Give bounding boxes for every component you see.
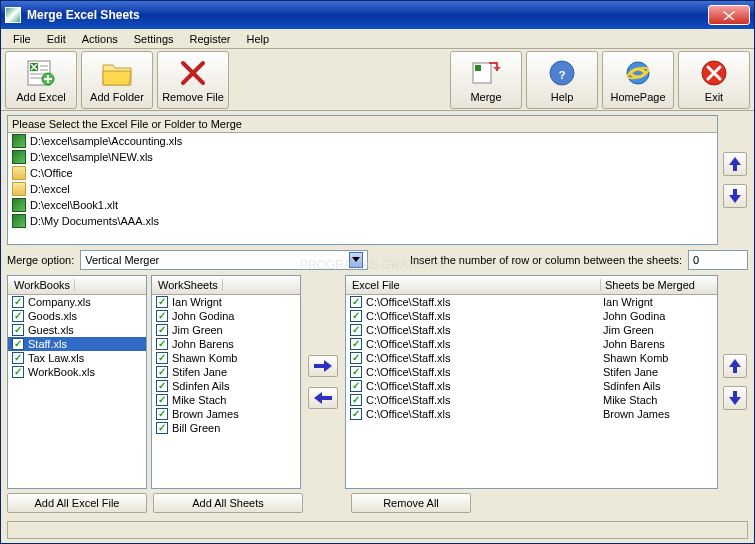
worksheet-name: Stifen Jane [172, 366, 227, 378]
add-excel-button[interactable]: Add Excel [5, 51, 77, 109]
checkbox[interactable] [12, 352, 24, 364]
worksheet-item[interactable]: John Barens [152, 337, 300, 351]
checkbox[interactable] [12, 324, 24, 336]
main-window: Merge Excel Sheets File Edit Actions Set… [0, 0, 755, 544]
checkbox[interactable] [12, 366, 24, 378]
checkbox[interactable] [156, 380, 168, 392]
checkbox[interactable] [156, 394, 168, 406]
checkbox[interactable] [156, 366, 168, 378]
homepage-button[interactable]: HomePage [602, 51, 674, 109]
result-row[interactable]: C:\Office\Staff.xlsSdinfen Ails [346, 379, 717, 393]
result-row[interactable]: C:\Office\Staff.xlsStifen Jane [346, 365, 717, 379]
worksheet-item[interactable]: Jim Green [152, 323, 300, 337]
menu-register[interactable]: Register [182, 31, 239, 47]
file-item[interactable]: D:\excel\sample\NEW.xls [8, 149, 717, 165]
menu-help[interactable]: Help [239, 31, 278, 47]
checkbox[interactable] [350, 380, 362, 392]
exit-button[interactable]: Exit [678, 51, 750, 109]
worksheet-item[interactable]: John Godina [152, 309, 300, 323]
file-item[interactable]: D:\excel\Book1.xlt [8, 197, 717, 213]
workbooks-list[interactable]: WorkBooks Company.xlsGoods.xlsGuest.xlsS… [7, 275, 147, 489]
file-item[interactable]: D:\excel [8, 181, 717, 197]
add-all-excel-button[interactable]: Add All Excel File [7, 493, 147, 513]
file-item[interactable]: C:\Office [8, 165, 717, 181]
add-folder-button[interactable]: Add Folder [81, 51, 153, 109]
workbook-name: Staff.xls [28, 338, 67, 350]
result-file: C:\Office\Staff.xls [366, 352, 451, 364]
checkbox[interactable] [350, 366, 362, 378]
workbook-name: Guest.xls [28, 324, 74, 336]
result-list[interactable]: Excel File Sheets be Merged C:\Office\St… [345, 275, 718, 489]
worksheet-item[interactable]: Stifen Jane [152, 365, 300, 379]
remove-all-button[interactable]: Remove All [351, 493, 471, 513]
transfer-left-button[interactable] [308, 387, 338, 409]
checkbox[interactable] [350, 324, 362, 336]
result-row[interactable]: C:\Office\Staff.xlsMike Stach [346, 393, 717, 407]
workbook-item[interactable]: Tax Law.xls [8, 351, 146, 365]
merge-button[interactable]: Merge [450, 51, 522, 109]
remove-file-button[interactable]: Remove File [157, 51, 229, 109]
titlebar: Merge Excel Sheets [1, 1, 754, 29]
worksheet-item[interactable]: Ian Wrignt [152, 295, 300, 309]
menu-edit[interactable]: Edit [39, 31, 74, 47]
result-row[interactable]: C:\Office\Staff.xlsIan Wrignt [346, 295, 717, 309]
result-file: C:\Office\Staff.xls [366, 380, 451, 392]
worksheet-item[interactable]: Bill Green [152, 421, 300, 435]
menu-file[interactable]: File [5, 31, 39, 47]
folder-icon [101, 57, 133, 89]
checkbox[interactable] [156, 338, 168, 350]
worksheet-name: Shawn Komb [172, 352, 237, 364]
worksheet-item[interactable]: Brown James [152, 407, 300, 421]
result-move-up-button[interactable] [723, 354, 747, 378]
move-down-button[interactable] [723, 184, 747, 208]
checkbox[interactable] [350, 310, 362, 322]
checkbox[interactable] [350, 352, 362, 364]
result-row[interactable]: C:\Office\Staff.xlsJim Green [346, 323, 717, 337]
checkbox[interactable] [156, 296, 168, 308]
merge-option-label: Merge option: [7, 254, 74, 266]
workbook-item[interactable]: Goods.xls [8, 309, 146, 323]
source-file-list[interactable]: Please Select the Excel File or Folder t… [7, 115, 718, 245]
result-row[interactable]: C:\Office\Staff.xlsShawn Komb [346, 351, 717, 365]
worksheet-item[interactable]: Shawn Komb [152, 351, 300, 365]
result-sheet: Mike Stach [603, 394, 713, 406]
checkbox[interactable] [156, 310, 168, 322]
result-row[interactable]: C:\Office\Staff.xlsJohn Godina [346, 309, 717, 323]
checkbox[interactable] [12, 296, 24, 308]
result-row[interactable]: C:\Office\Staff.xlsJohn Barens [346, 337, 717, 351]
menu-actions[interactable]: Actions [74, 31, 126, 47]
worksheet-item[interactable]: Sdinfen Ails [152, 379, 300, 393]
insert-rows-input[interactable] [688, 250, 748, 270]
menu-settings[interactable]: Settings [126, 31, 182, 47]
workbook-item[interactable]: Company.xls [8, 295, 146, 309]
checkbox[interactable] [156, 352, 168, 364]
checkbox[interactable] [350, 338, 362, 350]
transfer-right-button[interactable] [308, 355, 338, 377]
worksheet-item[interactable]: Mike Stach [152, 393, 300, 407]
move-up-button[interactable] [723, 152, 747, 176]
workbook-item[interactable]: WorkBook.xls [8, 365, 146, 379]
file-item[interactable]: D:\excel\sample\Accounting.xls [8, 133, 717, 149]
worksheet-name: Sdinfen Ails [172, 380, 229, 392]
result-row[interactable]: C:\Office\Staff.xlsBrown James [346, 407, 717, 421]
checkbox[interactable] [156, 408, 168, 420]
checkbox[interactable] [156, 324, 168, 336]
help-button[interactable]: ? Help [526, 51, 598, 109]
checkbox[interactable] [12, 338, 24, 350]
add-all-sheets-button[interactable]: Add All Sheets [153, 493, 303, 513]
file-path: C:\Office [30, 167, 73, 179]
checkbox[interactable] [12, 310, 24, 322]
close-button[interactable] [708, 5, 750, 25]
checkbox[interactable] [156, 422, 168, 434]
workbook-item[interactable]: Staff.xls [8, 337, 146, 351]
checkbox[interactable] [350, 296, 362, 308]
workbook-name: Goods.xls [28, 310, 77, 322]
checkbox[interactable] [350, 408, 362, 420]
result-move-down-button[interactable] [723, 386, 747, 410]
checkbox[interactable] [350, 394, 362, 406]
workbook-item[interactable]: Guest.xls [8, 323, 146, 337]
file-item[interactable]: D:\My Documents\AAA.xls [8, 213, 717, 229]
merge-option-combo[interactable]: Vertical Merger [80, 250, 368, 270]
worksheets-list[interactable]: WorkSheets Ian WrigntJohn GodinaJim Gree… [151, 275, 301, 489]
file-path: D:\excel\sample\NEW.xls [30, 151, 153, 163]
